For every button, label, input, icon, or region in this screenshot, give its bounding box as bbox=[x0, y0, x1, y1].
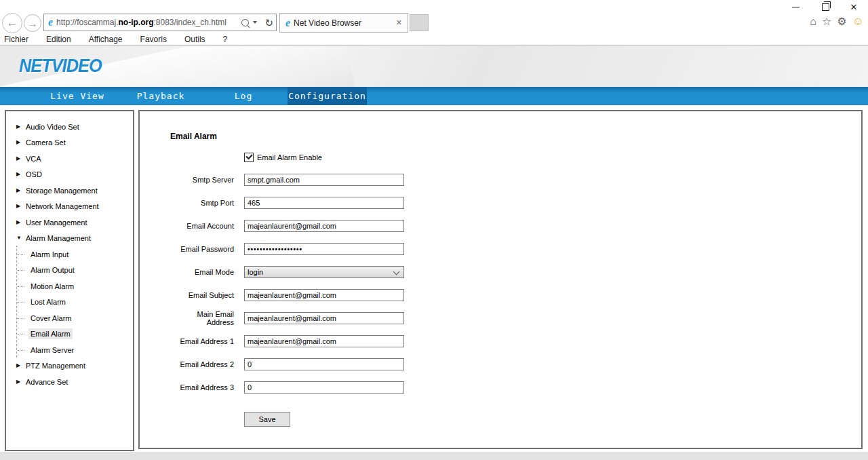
config-main-panel: Email Alarm Email Alarm Enable Smtp Serv… bbox=[138, 110, 863, 449]
sidebar-item-label: PTZ Management bbox=[26, 362, 85, 370]
sidebar-item-motion-alarm[interactable]: Motion Alarm bbox=[17, 278, 133, 294]
nav-tab-configuration[interactable]: Configuration bbox=[288, 87, 367, 105]
caret-right-icon[interactable] bbox=[16, 188, 22, 193]
sidebar-item-cover-alarm[interactable]: Cover Alarm bbox=[17, 310, 133, 326]
sidebar-item-label: Cover Alarm bbox=[28, 313, 74, 324]
url-text[interactable]: http://foscammaj.no-ip.org:8083/index_ch… bbox=[56, 18, 239, 27]
menu-item-affichage[interactable]: Affichage bbox=[89, 35, 123, 44]
menu-item-help[interactable]: ? bbox=[223, 35, 228, 44]
nav-tab-playback[interactable]: Playback bbox=[120, 87, 201, 105]
browser-tab[interactable]: e Net Video Browser ✕ bbox=[279, 13, 408, 33]
sidebar-item-alarm-management[interactable]: Alarm Management bbox=[6, 231, 133, 247]
menu-item-edition[interactable]: Edition bbox=[46, 35, 71, 44]
restore-button[interactable] bbox=[816, 1, 834, 12]
email-subject-field[interactable] bbox=[244, 289, 404, 301]
form-row-email-mode: Email Modelogin bbox=[170, 266, 861, 278]
sidebar-item-email-alarm[interactable]: Email Alarm bbox=[17, 326, 133, 343]
chevron-down-icon bbox=[393, 269, 400, 275]
email-mode-value: login bbox=[248, 268, 263, 276]
sidebar-item-osd[interactable]: OSD bbox=[6, 167, 133, 183]
sidebar-item-network-management[interactable]: Network Management bbox=[6, 199, 133, 215]
caret-right-icon[interactable] bbox=[16, 172, 22, 177]
email-password-field[interactable] bbox=[244, 243, 404, 255]
arrow-right-icon: → bbox=[28, 18, 38, 29]
restore-icon bbox=[822, 3, 829, 11]
new-tab-button[interactable] bbox=[410, 14, 429, 31]
caret-down-icon[interactable] bbox=[16, 235, 22, 241]
menu-bar: FichierEditionAffichageFavorisOutils? bbox=[0, 34, 868, 45]
home-icon[interactable]: ⌂ bbox=[810, 16, 816, 27]
email-subject-label: Email Subject bbox=[170, 291, 234, 299]
ie-tab-icon: e bbox=[285, 18, 290, 28]
address-bar[interactable]: e http://foscammaj.no-ip.org:8083/index_… bbox=[43, 14, 277, 31]
nav-tab-log[interactable]: Log bbox=[203, 87, 284, 105]
email-account-field[interactable] bbox=[244, 220, 404, 232]
email-address-2-label: Email Address 2 bbox=[170, 360, 234, 368]
smtp-server-label: Smtp Server bbox=[170, 176, 234, 184]
main-email-address-field[interactable] bbox=[244, 312, 404, 324]
save-button[interactable]: Save bbox=[244, 412, 290, 427]
back-button[interactable]: ← bbox=[2, 13, 22, 33]
minimize-icon bbox=[792, 7, 800, 7]
smtp-server-field[interactable] bbox=[244, 174, 404, 186]
sidebar-item-camera-set[interactable]: Camera Set bbox=[6, 135, 133, 151]
sidebar-item-alarm-server[interactable]: Alarm Server bbox=[17, 342, 133, 358]
sidebar-item-audio-video-set[interactable]: Audio Video Set bbox=[6, 119, 133, 135]
caret-right-icon[interactable] bbox=[16, 220, 22, 225]
smtp-port-field[interactable] bbox=[244, 197, 404, 209]
email-alarm-enable-checkbox[interactable] bbox=[244, 153, 254, 162]
email-alarm-enable-row: Email Alarm Enable bbox=[244, 153, 861, 162]
email-alarm-enable-label: Email Alarm Enable bbox=[257, 153, 322, 161]
main-email-address-label: Main Email Address bbox=[170, 310, 234, 326]
sidebar-item-alarm-output[interactable]: Alarm Output bbox=[17, 263, 133, 279]
caret-right-icon[interactable] bbox=[16, 124, 22, 130]
sidebar-item-vca[interactable]: VCA bbox=[6, 151, 133, 167]
favorites-star-icon[interactable]: ☆ bbox=[822, 16, 831, 27]
settings-gear-icon[interactable]: ⚙ bbox=[837, 16, 846, 27]
sidebar-item-label: Storage Management bbox=[26, 187, 98, 195]
email-address-3-field[interactable] bbox=[244, 381, 404, 394]
tab-title: Net Video Browser bbox=[294, 18, 395, 28]
tab-close-icon[interactable]: ✕ bbox=[395, 18, 403, 27]
window-titlebar: ✕ bbox=[0, 0, 868, 12]
caret-right-icon[interactable] bbox=[16, 140, 22, 145]
main-nav-bar: Live ViewPlaybackLogConfiguration bbox=[0, 87, 868, 105]
sidebar-item-label: Audio Video Set bbox=[26, 123, 79, 131]
smtp-port-label: Smtp Port bbox=[170, 199, 234, 207]
browser-chrome: ← → e http://foscammaj.no-ip.org:8083/in… bbox=[0, 12, 868, 34]
sidebar-item-advance-set[interactable]: Advance Set bbox=[6, 374, 133, 390]
form-row-main-email-address: Main Email Address bbox=[170, 312, 861, 324]
sidebar-item-label: Lost Alarm bbox=[28, 296, 68, 307]
form-row-smtp-server: Smtp Server bbox=[170, 174, 861, 186]
sidebar-item-storage-management[interactable]: Storage Management bbox=[6, 183, 133, 199]
sidebar-item-label: Alarm Output bbox=[28, 265, 77, 275]
close-button[interactable]: ✕ bbox=[845, 1, 863, 12]
sidebar-item-alarm-input[interactable]: Alarm Input bbox=[17, 246, 133, 263]
menu-item-fichier[interactable]: Fichier bbox=[4, 35, 28, 44]
email-address-2-field[interactable] bbox=[244, 358, 404, 370]
sidebar-item-ptz-management[interactable]: PTZ Management bbox=[6, 358, 133, 375]
email-account-label: Email Account bbox=[170, 222, 234, 230]
search-icon[interactable] bbox=[241, 19, 249, 26]
email-address-1-field[interactable] bbox=[244, 335, 404, 347]
sidebar-item-user-management[interactable]: User Management bbox=[6, 214, 133, 231]
email-password-label: Email Password bbox=[170, 245, 234, 253]
caret-right-icon[interactable] bbox=[16, 379, 22, 385]
close-icon: ✕ bbox=[850, 3, 858, 12]
form-row-smtp-port: Smtp Port bbox=[170, 197, 861, 209]
caret-right-icon[interactable] bbox=[16, 156, 22, 161]
sidebar-item-lost-alarm[interactable]: Lost Alarm bbox=[17, 294, 133, 311]
minimize-button[interactable] bbox=[787, 1, 804, 12]
nav-tab-live-view[interactable]: Live View bbox=[37, 87, 118, 105]
feedback-smiley-icon[interactable]: ☺ bbox=[852, 16, 864, 27]
forward-button[interactable]: → bbox=[24, 14, 41, 32]
sidebar-item-label: Email Alarm bbox=[28, 328, 73, 339]
caret-right-icon[interactable] bbox=[16, 363, 22, 368]
refresh-icon[interactable]: ↻ bbox=[264, 18, 273, 28]
search-dropdown-caret-icon[interactable] bbox=[253, 21, 257, 24]
sidebar-item-label: Alarm Management bbox=[26, 234, 91, 242]
caret-right-icon[interactable] bbox=[16, 204, 22, 209]
menu-item-favoris[interactable]: Favoris bbox=[140, 35, 167, 44]
email-mode-select[interactable]: login bbox=[244, 266, 404, 278]
menu-item-outils[interactable]: Outils bbox=[184, 35, 205, 44]
